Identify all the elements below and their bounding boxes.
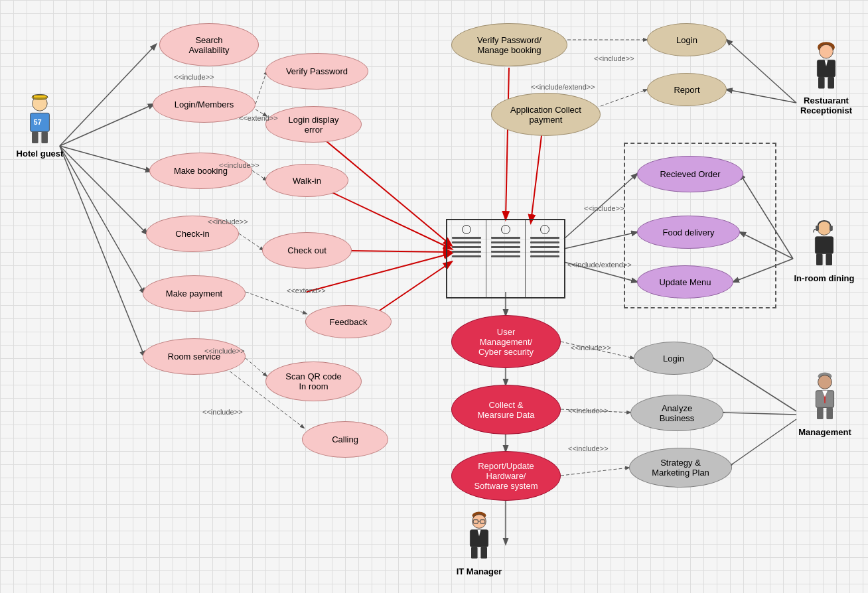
in-room-dining-actor: In-room dining <box>791 218 857 283</box>
svg-line-29 <box>727 40 796 103</box>
system-box <box>446 219 565 298</box>
make-booking-node: Make booking <box>149 153 252 189</box>
make-payment-node: Make payment <box>143 275 246 312</box>
verify-password-node: Verify Password <box>265 53 368 90</box>
svg-line-8 <box>252 170 267 180</box>
verify-password-manage-node: Verify Password/ Manage booking <box>451 23 567 66</box>
svg-point-60 <box>818 375 832 389</box>
label-extend-1: <<extend>> <box>239 114 278 122</box>
svg-rect-44 <box>33 95 46 98</box>
svg-rect-54 <box>816 226 819 231</box>
it-manager-actor: IT Manager <box>446 511 512 576</box>
label-include-10: <<include>> <box>568 444 609 452</box>
svg-rect-57 <box>816 253 823 265</box>
diagram-canvas: Search Availability Verify Password Logi… <box>0 0 868 593</box>
svg-rect-55 <box>830 226 833 231</box>
update-menu-node: Update Menu <box>637 265 733 298</box>
dining-figure <box>808 218 841 271</box>
label-include-3: <<include>> <box>208 218 248 226</box>
svg-line-30 <box>727 90 796 103</box>
svg-line-18 <box>506 68 509 219</box>
management-figure <box>808 371 841 425</box>
search-availability-node: Search Availability <box>159 23 259 66</box>
management-label: Management <box>798 427 851 437</box>
svg-line-39 <box>561 468 629 476</box>
login-management-node: Login <box>634 342 713 375</box>
report-update-node: Report/Update Hardware/ Software system <box>451 451 561 501</box>
svg-rect-45 <box>32 131 38 143</box>
received-order-node: Recieved Order <box>637 156 743 192</box>
svg-line-34 <box>713 358 796 411</box>
food-delivery-node: Food delivery <box>637 216 740 249</box>
hotel-guest-actor: 57 Hotel guest <box>10 93 70 159</box>
scan-qr-node: Scan QR code In room <box>265 362 362 401</box>
restaurant-receptionist-label: Restuarant Receptionist <box>800 96 852 115</box>
label-include-7: <<include>> <box>584 204 624 212</box>
label-include-1: <<include>> <box>174 73 214 81</box>
svg-line-3 <box>60 146 147 234</box>
label-include-6: <<include>> <box>594 54 634 62</box>
check-out-node: Check out <box>262 232 352 269</box>
report-node: Report <box>647 73 727 106</box>
svg-rect-64 <box>817 407 824 419</box>
application-collect-node: Application Collect payment <box>491 93 601 136</box>
label-include-extend-2: <<include/extend>> <box>567 261 632 269</box>
login-display-error-node: Login display error <box>265 106 362 143</box>
svg-text:57: 57 <box>33 118 41 126</box>
svg-point-53 <box>818 222 832 235</box>
svg-line-0 <box>60 44 156 146</box>
label-include-4: <<include>> <box>204 347 245 355</box>
collect-measure-node: Collect & Mearsure Data <box>451 385 561 434</box>
svg-line-11 <box>246 358 267 376</box>
receptionist-figure <box>810 40 843 93</box>
label-include-2: <<include>> <box>219 161 259 169</box>
hotel-guest-figure: 57 <box>23 93 56 146</box>
user-management-node: User Management/ Cyber security <box>451 315 561 368</box>
label-include-9: <<include>> <box>568 407 609 415</box>
calling-node: Calling <box>302 421 388 458</box>
svg-line-1 <box>60 104 154 146</box>
svg-point-48 <box>820 44 833 58</box>
feedback-node: Feedback <box>305 305 392 338</box>
label-include-5: <<include>> <box>202 408 243 416</box>
strategy-marketing-node: Strategy & Marketing Plan <box>629 448 732 488</box>
svg-line-35 <box>723 413 796 415</box>
label-extend-2: <<extend>> <box>287 287 326 295</box>
room-service-node: Room service <box>143 338 246 375</box>
walk-in-node: Walk-in <box>265 164 348 197</box>
svg-rect-51 <box>818 77 825 89</box>
hotel-guest-label: Hotel guest <box>17 149 64 159</box>
svg-line-6 <box>255 71 267 104</box>
svg-line-4 <box>60 146 145 294</box>
svg-line-10 <box>246 292 307 314</box>
svg-line-28 <box>601 90 647 106</box>
svg-rect-58 <box>826 253 832 265</box>
svg-rect-73 <box>471 547 478 559</box>
label-include-8: <<include>> <box>571 344 611 352</box>
svg-rect-74 <box>480 547 487 559</box>
login-restaurant-node: Login <box>647 23 727 56</box>
it-manager-figure <box>463 511 496 564</box>
in-room-dining-label: In-room dining <box>794 273 855 283</box>
label-include-extend-1: <<include/extend>> <box>531 83 595 91</box>
it-manager-label: IT Manager <box>457 566 502 576</box>
svg-line-2 <box>60 146 151 171</box>
svg-rect-65 <box>826 407 833 419</box>
svg-line-5 <box>60 146 145 357</box>
svg-line-9 <box>239 233 263 250</box>
restaurant-receptionist-actor: Restuarant Receptionist <box>793 40 859 115</box>
svg-line-36 <box>732 419 796 464</box>
analyze-business-node: Analyze Business <box>630 395 723 431</box>
management-actor: Management <box>795 371 855 437</box>
svg-rect-46 <box>41 131 48 143</box>
svg-rect-52 <box>828 77 834 89</box>
svg-rect-56 <box>815 237 833 254</box>
